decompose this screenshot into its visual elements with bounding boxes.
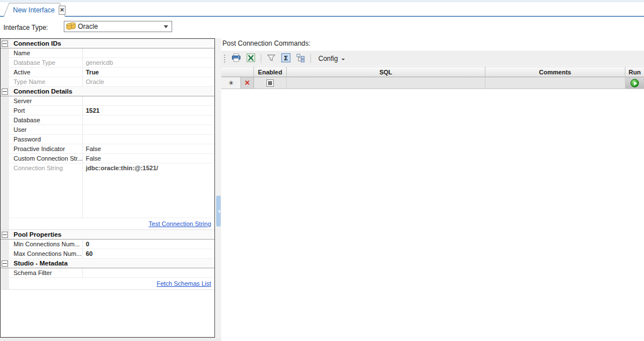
property-value[interactable] [83,96,214,105]
property-value[interactable]: 1521 [83,106,214,115]
property-row-type-name: Type NameOracle [1,77,214,87]
property-value[interactable] [83,135,214,144]
property-row-max-connections-num: Max Connections Num...60 [1,249,214,259]
config-dropdown[interactable]: Config [314,52,349,64]
gutter [1,87,9,96]
post-connection-panel: Post Connection Commands: ΣConfig Enable… [221,38,644,341]
print-button[interactable] [230,52,243,65]
property-label: Type Name [9,77,83,86]
config-label: Config [318,55,338,63]
gutter [1,240,9,249]
play-icon [630,79,639,87]
enabled-checkbox[interactable] [266,79,274,87]
column-header-comments[interactable]: Comments [485,67,625,77]
chevron-down-icon [164,25,168,30]
gutter [1,125,9,134]
property-value[interactable] [83,125,214,134]
sum-icon: Σ [281,53,291,64]
gutter [1,163,9,218]
tab-underline [0,16,644,17]
delete-icon: ✕ [244,79,250,86]
enabled-cell [254,77,287,88]
gutter [1,116,9,125]
property-label: Active [9,68,83,77]
print-icon [231,53,241,64]
gutter [1,259,9,268]
section-title: Connection IDs [9,40,61,47]
gutter [1,135,9,144]
comments-cell[interactable] [485,77,625,88]
sum-button[interactable]: Σ [279,52,292,65]
excel-export-button[interactable] [244,52,257,65]
delete-row-button[interactable]: ✕ [241,77,254,88]
property-row-user: User [1,125,214,135]
property-value[interactable] [83,268,214,277]
property-label: Proactive Indicator [9,144,83,153]
row-header-cell[interactable]: ✳ [221,77,241,88]
property-row-password: Password [1,135,214,144]
close-icon: ✕ [60,7,64,13]
property-value[interactable]: False [83,154,214,163]
tab-close-button[interactable]: ✕ [59,6,65,15]
property-value[interactable]: False [83,144,214,153]
grouping-icon [296,53,305,64]
column-header-enabled[interactable]: Enabled [254,67,287,77]
property-value[interactable]: 0 [83,240,214,249]
filter-button[interactable] [265,52,278,65]
collapse-icon[interactable] [2,260,8,267]
collapse-icon[interactable] [2,232,8,238]
gutter [1,77,9,86]
column-header-sql[interactable]: SQL [287,67,485,77]
section-title: Connection Details [9,88,72,95]
property-value[interactable]: genericdb [83,58,214,67]
property-row-database-type: Database Typegenericdb [1,58,214,68]
sql-cell[interactable] [287,77,485,88]
collapse-icon[interactable] [2,41,8,47]
property-label: Schema Filter [9,268,83,277]
property-label: Database [9,116,83,125]
toolbar-grip-handle[interactable] [223,54,226,64]
collapse-icon[interactable] [2,88,8,95]
property-label: Min Connections Num... [9,240,83,249]
property-row-name: Name [1,48,214,58]
property-label: Name [9,48,83,57]
fetch-schemas-list-link[interactable]: Fetch Schemas List [156,280,211,287]
gutter [1,218,9,229]
svg-text:Σ: Σ [284,55,288,62]
tab-new-interface[interactable]: New Interface ✕ [3,3,65,17]
splitter-collapse-handle[interactable] [216,196,221,227]
property-value[interactable]: 60 [83,249,214,258]
post-connection-commands-title: Post Connection Commands: [222,39,310,47]
chevron-down-icon [341,59,345,60]
gutter [1,144,9,153]
checkbox-indeterminate-mark [268,81,272,85]
panel-splitter[interactable] [216,38,221,338]
property-value[interactable]: jdbc:oracle:thin:@:1521/ [83,163,214,218]
tab-title: New Interface [13,6,55,14]
test-connection-string-link[interactable]: Test Connection String [148,220,211,227]
column-header-run[interactable]: Run [625,67,644,77]
database-icon [66,22,76,32]
interface-type-label: Interface Type: [3,24,48,32]
property-value[interactable]: Oracle [83,77,214,86]
property-label: Port [9,106,83,115]
gutter [1,230,9,239]
excel-export-icon [246,53,256,64]
gutter [1,106,9,115]
gutter [1,39,9,48]
toolbar-separator [261,54,261,63]
property-value[interactable] [83,116,214,125]
property-value[interactable] [83,48,214,57]
property-label: Password [9,135,83,144]
interface-type-select[interactable]: Oracle [64,21,172,32]
tab-content: New Interface ✕ [3,3,65,17]
application-window: New Interface ✕ Interface Type: Oracle C… [0,0,644,341]
property-value[interactable]: True [83,68,214,77]
grouping-button[interactable] [294,52,307,65]
bottom-strip [0,338,221,341]
run-button[interactable] [625,77,644,88]
property-row-database: Database [1,116,214,125]
property-row-active: ActiveTrue [1,68,214,77]
gutter [1,268,9,277]
link-row-fetch-schemas-list: Fetch Schemas List [1,278,214,290]
